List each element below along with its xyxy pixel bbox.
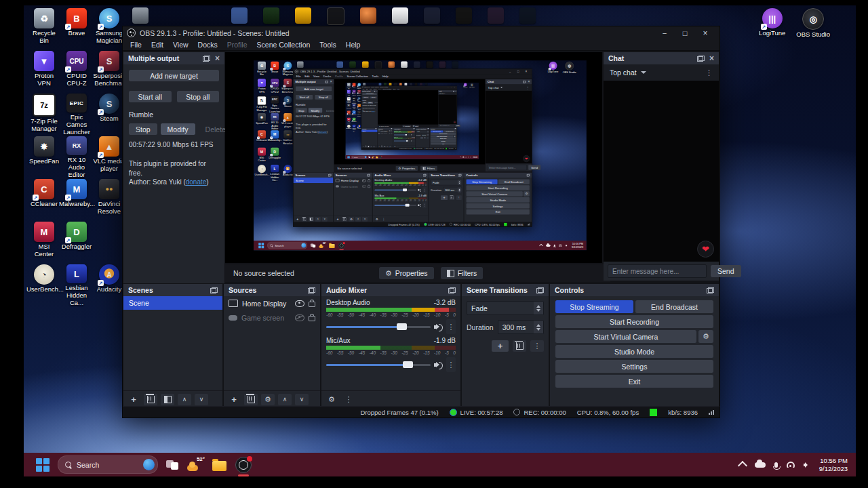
move-source-down-button[interactable]: [295, 394, 309, 405]
speaker-icon[interactable]: [434, 361, 443, 369]
popout-icon[interactable]: [697, 56, 705, 62]
wifi-icon[interactable]: [787, 462, 795, 468]
source-item-home-display[interactable]: Home Display: [224, 296, 320, 310]
remove-source-button[interactable]: [244, 394, 258, 405]
popout-icon[interactable]: [203, 56, 210, 62]
select-arrows[interactable]: [534, 302, 543, 314]
desktop-icon-brave[interactable]: ↗BBrave: [60, 8, 93, 51]
chat-message-input[interactable]: [608, 264, 707, 278]
menu-tools[interactable]: Tools: [315, 41, 341, 49]
channel-menu-button[interactable]: [446, 319, 456, 334]
remove-transition-button[interactable]: [513, 340, 526, 352]
add-transition-button[interactable]: [492, 340, 509, 352]
minimize-button[interactable]: [654, 26, 675, 39]
desktop-icon-malwarebytes[interactable]: ↗MMalwareby...: [60, 179, 93, 222]
desktop-icon-7zip[interactable]: 7z7-Zip File Manager: [28, 94, 60, 136]
spin-arrows[interactable]: [534, 321, 543, 333]
slider-knob[interactable]: [397, 323, 407, 330]
exit-button[interactable]: Exit: [555, 375, 713, 388]
donate-link[interactable]: donate: [186, 178, 207, 186]
onedrive-icon[interactable]: [755, 462, 766, 468]
menu-docks[interactable]: Docks: [193, 41, 222, 49]
start-recording-button[interactable]: Start Recording: [555, 315, 713, 328]
start-virtual-camera-button[interactable]: Start Virtual Camera: [555, 330, 696, 343]
visibility-eye-off-icon[interactable]: [295, 314, 304, 321]
menu-scene-collection[interactable]: Scene Collection: [252, 41, 315, 49]
desktop-icon-gold-app[interactable]: [295, 7, 311, 24]
source-item-game-screen[interactable]: Game screen: [224, 310, 320, 325]
volume-icon[interactable]: [804, 462, 810, 468]
scene-filters-button[interactable]: [161, 394, 174, 405]
desktop-icon-green-app[interactable]: [263, 7, 279, 24]
remove-scene-button[interactable]: [144, 394, 157, 405]
settings-button[interactable]: Settings: [555, 360, 713, 373]
desktop-icon-userbenchmark[interactable]: ◔UserBench...: [28, 264, 60, 307]
start-all-button[interactable]: Start all: [129, 91, 172, 102]
desktop-icon-msi-center[interactable]: MMSI Center: [28, 222, 60, 264]
desktop-icon-steam[interactable]: ↗SSteam: [93, 94, 125, 136]
desktop-icon-document[interactable]: [392, 7, 408, 24]
close-button[interactable]: [695, 26, 715, 39]
popout-icon[interactable]: [707, 287, 714, 293]
modify-target-button[interactable]: Modify: [161, 123, 195, 135]
desktop-icon-purple-app[interactable]: [488, 7, 504, 24]
desktop-icon-anvil-app[interactable]: [456, 7, 472, 24]
desktop-icon-lesbian-hidden[interactable]: LLesbian Hidden Ca...: [60, 264, 93, 307]
move-source-up-button[interactable]: [278, 394, 292, 405]
desktop-icon-recycle-bin[interactable]: ♻Recycle Bin: [28, 8, 60, 51]
chat-messages-area[interactable]: [604, 81, 719, 262]
desktop-icon-davinci-resolve[interactable]: ●●DaVinci Resolve: [93, 179, 125, 222]
menu-file[interactable]: File: [125, 41, 146, 49]
close-dock-icon[interactable]: [709, 54, 714, 62]
obs-titlebar[interactable]: OBS 29.1.3 - Profile: Untitled - Scenes:…: [123, 26, 719, 39]
desktop-icon-orange-app[interactable]: [360, 7, 376, 24]
desktop-icon-samsung-magician[interactable]: ↗SSamsung Magician: [93, 8, 125, 51]
volume-slider[interactable]: [326, 326, 431, 328]
studio-mode-button[interactable]: Studio Mode: [555, 345, 713, 358]
chat-filter-dropdown[interactable]: Top chat: [610, 68, 637, 77]
transition-menu-button[interactable]: [530, 340, 544, 352]
add-source-button[interactable]: [227, 394, 241, 405]
chat-menu-icon[interactable]: [705, 68, 713, 77]
menu-help[interactable]: Help: [341, 41, 366, 49]
add-new-target-button[interactable]: Add new target: [129, 70, 219, 81]
move-scene-up-button[interactable]: [178, 394, 191, 405]
desktop-icon-obs-studio[interactable]: ◎OBS Studio: [796, 8, 830, 39]
popout-icon[interactable]: [210, 287, 218, 293]
menu-view[interactable]: View: [168, 41, 193, 49]
popout-icon[interactable]: [536, 287, 544, 293]
weather-widget[interactable]: 52°: [187, 458, 203, 472]
task-view-button[interactable]: [166, 460, 178, 470]
desktop-icon-defraggler[interactable]: ↗DDefraggler: [60, 222, 93, 264]
popout-icon[interactable]: [308, 287, 315, 293]
move-scene-down-button[interactable]: [195, 394, 208, 405]
popout-icon[interactable]: [448, 287, 456, 293]
slider-knob[interactable]: [403, 361, 413, 368]
menu-edit[interactable]: Edit: [146, 41, 168, 49]
microphone-icon[interactable]: [774, 462, 778, 468]
lock-icon[interactable]: [309, 316, 315, 321]
obs-taskbar-button[interactable]: [235, 457, 252, 473]
filters-button[interactable]: Filters: [441, 267, 484, 279]
stop-all-button[interactable]: Stop all: [177, 91, 220, 102]
stop-target-button[interactable]: Stop: [129, 123, 157, 135]
desktop-icon-ccleaner[interactable]: ↗CCCleaner: [28, 179, 60, 222]
desktop-icon-cpu-z[interactable]: ↗CPUCPUID CPU-Z: [60, 51, 93, 94]
taskbar-clock[interactable]: 10:56 PM 9/12/2023: [819, 457, 848, 473]
volume-slider[interactable]: [326, 364, 431, 366]
desktop-icon-speedfan[interactable]: ✸SpeedFan: [28, 136, 60, 179]
virtual-camera-config-button[interactable]: [698, 330, 713, 343]
desktop-icon-dark-app[interactable]: [519, 7, 536, 24]
speaker-icon[interactable]: [434, 323, 443, 331]
menu-profile[interactable]: Profile: [222, 41, 252, 49]
scene-list-item-selected[interactable]: Scene: [123, 296, 222, 310]
add-scene-button[interactable]: [127, 394, 140, 405]
desktop-icon-superposition[interactable]: ↗SSuperpositi Benchmar: [93, 51, 125, 94]
chat-send-button[interactable]: Send: [711, 265, 741, 277]
desktop-icon-audacity[interactable]: ↗AAudacity: [93, 264, 125, 307]
desktop-icon-vlc[interactable]: ↗▲VLC media player: [93, 136, 125, 179]
desktop-icon-logitune[interactable]: ↗|||LogiTune: [759, 8, 785, 39]
duration-spinbox[interactable]: 300 ms: [498, 320, 544, 334]
mixer-menu-button[interactable]: [342, 394, 355, 405]
close-dock-icon[interactable]: [215, 54, 220, 62]
